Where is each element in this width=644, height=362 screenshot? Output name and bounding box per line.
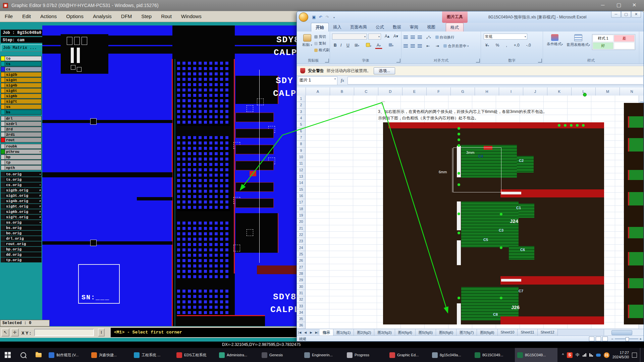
layer-row-2rd[interactable]: 2rd [1, 127, 42, 132]
layer-row-drl[interactable]: drl [1, 116, 42, 121]
sheet-tab-Sheet12[interactable]: Sheet12 [538, 329, 558, 336]
search-button[interactable] [15, 348, 31, 362]
column-header-H[interactable]: H [475, 87, 499, 96]
sheet-tab-图5(fig5)[interactable]: 图5(fig5) [416, 329, 436, 336]
sheet-tab-图3(fig3)[interactable]: 图3(fig3) [374, 329, 395, 336]
tray-expand-icon[interactable]: ^ [562, 353, 564, 357]
row-header-15[interactable]: 15 [297, 186, 306, 193]
zoom-in-icon[interactable]: + [640, 337, 642, 341]
layer-row-ss[interactable]: ss [1, 104, 42, 109]
format-as-table-button[interactable]: 套用表格格式▾ [567, 33, 590, 47]
taskbar-app-8G15C049...[interactable]: 8G15C049... [472, 348, 515, 362]
row-header-16[interactable]: 16 [297, 193, 306, 199]
xy-input[interactable] [34, 329, 94, 336]
office-button[interactable] [299, 12, 308, 22]
layer-row-npth[interactable]: npth [1, 165, 42, 170]
menu-windows[interactable]: Windows [176, 11, 206, 22]
phonetic-button[interactable]: ▾ [387, 42, 395, 48]
column-header-F[interactable]: F [427, 87, 451, 96]
notification-badge[interactable]: 31 [604, 352, 609, 358]
last-sheet-icon[interactable]: ▶| [314, 329, 320, 336]
fill-color-button[interactable]: ▾ [364, 42, 373, 49]
cut-button[interactable]: 剪切 [314, 34, 330, 39]
qat-dropdown-icon[interactable]: ▾ [331, 14, 337, 20]
menu-edit[interactable]: Edit [17, 11, 36, 22]
row-header-22[interactable]: 22 [297, 232, 306, 238]
row-header-8[interactable]: 8 [297, 141, 306, 147]
layer-row-ss.orig[interactable]: ss.orig✦ [1, 220, 42, 225]
increase-decimal-button[interactable]: +.0 [512, 42, 521, 48]
page-layout-view-icon[interactable] [596, 337, 601, 341]
accounting-format-button[interactable]: ¥▾ [484, 42, 491, 48]
formula-input[interactable] [347, 77, 643, 84]
normal-view-icon[interactable] [589, 337, 594, 341]
show-desktop-button[interactable] [640, 348, 642, 362]
spreadsheet-grid[interactable]: 1234567891011121314151617181920212223242… [297, 96, 644, 329]
layer-row-sig3t.orig[interactable]: sig3t.orig# [1, 193, 42, 198]
layer-row-bs[interactable]: bs [1, 110, 42, 115]
menu-analysis[interactable]: Analysis [88, 11, 116, 22]
cell-style-item[interactable] [614, 42, 635, 49]
row-header-36[interactable]: 36 [297, 322, 306, 328]
menu-rout[interactable]: Rout [156, 11, 176, 22]
save-button[interactable]: ▣ [311, 14, 317, 20]
font-size-combo[interactable]: ▾ [368, 34, 381, 40]
dialog-launcher-icon[interactable] [325, 59, 329, 63]
dialog-launcher-icon[interactable] [396, 59, 400, 63]
align-left-icon[interactable] [404, 44, 408, 48]
sheet-tab-图2(fig2)[interactable]: 图2(fig2) [354, 329, 374, 336]
action-center-icon[interactable] [632, 353, 637, 358]
column-header-J[interactable]: J [523, 87, 547, 96]
align-right-icon[interactable] [418, 44, 422, 48]
undo-button[interactable]: ↶ [318, 14, 324, 20]
italic-button[interactable]: I [339, 42, 343, 48]
network-icon[interactable] [589, 353, 593, 357]
column-header-I[interactable]: I [499, 87, 523, 96]
cell-styles-gallery[interactable]: 样式 1 差 好 [592, 34, 635, 50]
sheet-tab-图8(fig8)[interactable]: 图8(fig8) [477, 329, 497, 336]
excel-maximize-button[interactable]: ▢ [621, 11, 631, 18]
layer-row-sig6b.orig[interactable]: sig6b.orig# [1, 209, 42, 214]
taskbar-app-EDS工程系统[interactable]: EDS工程系统 [174, 348, 217, 362]
column-header-G[interactable]: G [451, 87, 475, 96]
layer-row-sig4b[interactable]: sig4b [1, 83, 42, 88]
merge-center-button[interactable]: 合并后居中▾ [443, 44, 469, 49]
row-header-30[interactable]: 30 [297, 284, 306, 290]
column-header-D[interactable]: D [378, 87, 402, 96]
row-header-26[interactable]: 26 [297, 257, 306, 264]
column-header-E[interactable]: E [402, 87, 427, 96]
menu-dfm[interactable]: DFM [116, 11, 137, 22]
menu-file[interactable]: File [0, 11, 17, 22]
crosshair-tool-button[interactable]: ✛ [11, 328, 19, 337]
taskbar-app-Genesis[interactable]: Genesis [259, 348, 302, 362]
zoom-out-icon[interactable]: − [611, 337, 613, 341]
layer-row-ts.orig[interactable]: ts.orig [1, 177, 42, 182]
zoom-slider[interactable] [615, 339, 638, 339]
taskbar-app-8g15c049a...[interactable]: 8g15c049a... [430, 348, 472, 362]
row-header-18[interactable]: 18 [297, 206, 306, 212]
conditional-formatting-button[interactable]: 条件格式▾ [544, 33, 566, 47]
row-header-1[interactable]: 1 [297, 96, 306, 102]
font-name-combo[interactable]: ▾ [332, 34, 367, 40]
layer-row-cs[interactable]: cs [1, 67, 42, 72]
row-header-24[interactable]: 24 [297, 245, 306, 251]
layer-row-sig7t[interactable]: sig7t [1, 99, 42, 104]
layer-row-sig7t.orig[interactable]: sig7t.orig# [1, 215, 42, 220]
job-matrix-button[interactable]: Job Matrix ... [1, 44, 48, 52]
taskbar-app-Engineerin...[interactable]: Engineerin... [302, 348, 344, 362]
row-header-6[interactable]: 6 [297, 128, 306, 134]
layer-row-sig5t[interactable]: sig5t [1, 88, 42, 93]
row-header-32[interactable]: 32 [297, 296, 306, 303]
ge-titlebar[interactable]: Graphic Editor 9.07b2 (00@HY-HYCAM-PC531… [0, 0, 644, 11]
row-header-2[interactable]: 2 [297, 102, 306, 108]
layer-row-sig2b.orig[interactable]: sig2b.orig# [1, 188, 42, 193]
border-button[interactable]: ⊞▾ [353, 42, 361, 48]
file-explorer-button[interactable] [31, 348, 46, 362]
row-header-3[interactable]: 3 [297, 109, 306, 115]
sheet-tab-图1(fig1)[interactable]: 图1(fig1) [333, 329, 354, 336]
layer-row-to[interactable]: to [1, 56, 42, 61]
dialog-launcher-icon[interactable] [538, 59, 542, 63]
layer-row-to.orig[interactable]: to.orig✦ [1, 172, 42, 177]
sheet-tab-Sheet11[interactable]: Sheet11 [518, 329, 537, 336]
excel-minimize-button[interactable]: ─ [611, 11, 621, 18]
